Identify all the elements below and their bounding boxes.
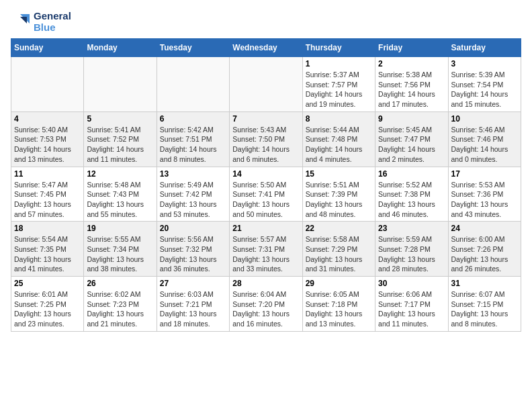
calendar-day-cell: 10Sunrise: 5:46 AM Sunset: 7:46 PM Dayli… <box>448 111 521 167</box>
calendar-week-row: 18Sunrise: 5:54 AM Sunset: 7:35 PM Dayli… <box>11 222 521 277</box>
day-number: 29 <box>306 279 372 288</box>
day-info: Sunrise: 5:39 AM Sunset: 7:54 PM Dayligh… <box>451 70 518 109</box>
calendar-day-cell <box>157 57 229 112</box>
day-number: 6 <box>160 114 226 124</box>
day-number: 23 <box>378 224 445 233</box>
calendar-header: SundayMondayTuesdayWednesdayThursdayFrid… <box>11 39 521 57</box>
day-info: Sunrise: 5:42 AM Sunset: 7:51 PM Dayligh… <box>160 125 226 165</box>
day-info: Sunrise: 5:49 AM Sunset: 7:42 PM Dayligh… <box>160 180 226 220</box>
day-number: 4 <box>14 114 81 124</box>
calendar-day-cell: 9Sunrise: 5:45 AM Sunset: 7:47 PM Daylig… <box>375 111 448 167</box>
calendar-day-cell: 23Sunrise: 5:59 AM Sunset: 7:28 PM Dayli… <box>375 222 448 277</box>
day-info: Sunrise: 5:44 AM Sunset: 7:48 PM Dayligh… <box>306 125 372 165</box>
day-of-week-header: Saturday <box>448 39 521 57</box>
day-info: Sunrise: 6:04 AM Sunset: 7:20 PM Dayligh… <box>232 289 299 329</box>
calendar-week-row: 1Sunrise: 5:37 AM Sunset: 7:57 PM Daylig… <box>11 57 521 112</box>
day-number: 10 <box>451 114 518 124</box>
day-number: 1 <box>306 59 372 68</box>
day-number: 20 <box>160 224 226 233</box>
logo: General Blue <box>11 11 71 33</box>
page-header: General Blue <box>11 11 521 33</box>
day-number: 21 <box>232 224 299 233</box>
day-info: Sunrise: 5:43 AM Sunset: 7:50 PM Dayligh… <box>232 125 299 165</box>
calendar-day-cell: 20Sunrise: 5:56 AM Sunset: 7:32 PM Dayli… <box>157 222 229 277</box>
day-info: Sunrise: 5:59 AM Sunset: 7:28 PM Dayligh… <box>378 234 445 274</box>
day-number: 9 <box>378 114 445 124</box>
day-number: 7 <box>232 114 299 124</box>
calendar-day-cell: 7Sunrise: 5:43 AM Sunset: 7:50 PM Daylig… <box>230 111 302 167</box>
calendar-day-cell: 22Sunrise: 5:58 AM Sunset: 7:29 PM Dayli… <box>302 222 375 277</box>
calendar-day-cell: 14Sunrise: 5:50 AM Sunset: 7:41 PM Dayli… <box>230 167 302 222</box>
day-info: Sunrise: 6:01 AM Sunset: 7:25 PM Dayligh… <box>14 289 81 329</box>
calendar-day-cell: 1Sunrise: 5:37 AM Sunset: 7:57 PM Daylig… <box>302 57 375 112</box>
day-number: 15 <box>306 169 372 179</box>
calendar-day-cell <box>11 57 84 112</box>
calendar-day-cell: 30Sunrise: 6:06 AM Sunset: 7:17 PM Dayli… <box>375 277 448 332</box>
calendar-day-cell: 27Sunrise: 6:03 AM Sunset: 7:21 PM Dayli… <box>157 277 229 332</box>
day-info: Sunrise: 6:05 AM Sunset: 7:18 PM Dayligh… <box>306 289 372 329</box>
day-info: Sunrise: 5:40 AM Sunset: 7:53 PM Dayligh… <box>14 125 81 165</box>
calendar-day-cell: 13Sunrise: 5:49 AM Sunset: 7:42 PM Dayli… <box>157 167 229 222</box>
day-number: 16 <box>378 169 445 179</box>
day-info: Sunrise: 5:55 AM Sunset: 7:34 PM Dayligh… <box>87 234 153 274</box>
day-number: 14 <box>232 169 299 179</box>
calendar-day-cell: 12Sunrise: 5:48 AM Sunset: 7:43 PM Dayli… <box>84 167 157 222</box>
day-info: Sunrise: 5:47 AM Sunset: 7:45 PM Dayligh… <box>14 180 81 220</box>
calendar-week-row: 11Sunrise: 5:47 AM Sunset: 7:45 PM Dayli… <box>11 167 521 222</box>
calendar-day-cell: 21Sunrise: 5:57 AM Sunset: 7:31 PM Dayli… <box>230 222 302 277</box>
logo-svg <box>11 11 32 33</box>
calendar-day-cell: 26Sunrise: 6:02 AM Sunset: 7:23 PM Dayli… <box>84 277 157 332</box>
day-of-week-header: Sunday <box>11 39 84 57</box>
day-number: 27 <box>160 279 226 288</box>
day-info: Sunrise: 5:38 AM Sunset: 7:56 PM Dayligh… <box>378 70 445 109</box>
calendar-day-cell: 25Sunrise: 6:01 AM Sunset: 7:25 PM Dayli… <box>11 277 84 332</box>
day-number: 25 <box>14 279 81 288</box>
day-info: Sunrise: 5:37 AM Sunset: 7:57 PM Dayligh… <box>306 70 372 109</box>
calendar-day-cell: 19Sunrise: 5:55 AM Sunset: 7:34 PM Dayli… <box>84 222 157 277</box>
calendar-body: 1Sunrise: 5:37 AM Sunset: 7:57 PM Daylig… <box>11 57 521 332</box>
day-info: Sunrise: 5:50 AM Sunset: 7:41 PM Dayligh… <box>232 180 299 220</box>
calendar-week-row: 25Sunrise: 6:01 AM Sunset: 7:25 PM Dayli… <box>11 277 521 332</box>
days-of-week-row: SundayMondayTuesdayWednesdayThursdayFrid… <box>11 39 521 57</box>
day-number: 17 <box>451 169 518 179</box>
day-info: Sunrise: 6:07 AM Sunset: 7:15 PM Dayligh… <box>451 289 518 329</box>
calendar-day-cell: 3Sunrise: 5:39 AM Sunset: 7:54 PM Daylig… <box>448 57 521 112</box>
calendar-day-cell: 4Sunrise: 5:40 AM Sunset: 7:53 PM Daylig… <box>11 111 84 167</box>
day-number: 8 <box>306 114 372 124</box>
calendar-day-cell: 28Sunrise: 6:04 AM Sunset: 7:20 PM Dayli… <box>230 277 302 332</box>
day-info: Sunrise: 5:58 AM Sunset: 7:29 PM Dayligh… <box>306 234 372 274</box>
calendar-day-cell: 17Sunrise: 5:53 AM Sunset: 7:36 PM Dayli… <box>448 167 521 222</box>
day-info: Sunrise: 5:53 AM Sunset: 7:36 PM Dayligh… <box>451 180 518 220</box>
calendar-day-cell: 29Sunrise: 6:05 AM Sunset: 7:18 PM Dayli… <box>302 277 375 332</box>
day-info: Sunrise: 5:45 AM Sunset: 7:47 PM Dayligh… <box>378 125 445 165</box>
day-info: Sunrise: 6:00 AM Sunset: 7:26 PM Dayligh… <box>451 234 518 274</box>
calendar-day-cell: 16Sunrise: 5:52 AM Sunset: 7:38 PM Dayli… <box>375 167 448 222</box>
day-info: Sunrise: 5:48 AM Sunset: 7:43 PM Dayligh… <box>87 180 153 220</box>
day-number: 22 <box>306 224 372 233</box>
calendar-week-row: 4Sunrise: 5:40 AM Sunset: 7:53 PM Daylig… <box>11 111 521 167</box>
day-info: Sunrise: 5:54 AM Sunset: 7:35 PM Dayligh… <box>14 234 81 274</box>
day-info: Sunrise: 5:56 AM Sunset: 7:32 PM Dayligh… <box>160 234 226 274</box>
calendar-day-cell <box>230 57 302 112</box>
day-info: Sunrise: 5:52 AM Sunset: 7:38 PM Dayligh… <box>378 180 445 220</box>
day-info: Sunrise: 5:46 AM Sunset: 7:46 PM Dayligh… <box>451 125 518 165</box>
day-info: Sunrise: 5:41 AM Sunset: 7:52 PM Dayligh… <box>87 125 153 165</box>
calendar-day-cell: 15Sunrise: 5:51 AM Sunset: 7:39 PM Dayli… <box>302 167 375 222</box>
calendar-day-cell: 31Sunrise: 6:07 AM Sunset: 7:15 PM Dayli… <box>448 277 521 332</box>
day-number: 31 <box>451 279 518 288</box>
day-number: 3 <box>451 59 518 68</box>
calendar-day-cell: 2Sunrise: 5:38 AM Sunset: 7:56 PM Daylig… <box>375 57 448 112</box>
calendar-table: SundayMondayTuesdayWednesdayThursdayFrid… <box>11 38 521 332</box>
logo-text: General Blue <box>34 11 71 33</box>
day-number: 24 <box>451 224 518 233</box>
day-number: 28 <box>232 279 299 288</box>
day-info: Sunrise: 5:57 AM Sunset: 7:31 PM Dayligh… <box>232 234 299 274</box>
calendar-day-cell: 6Sunrise: 5:42 AM Sunset: 7:51 PM Daylig… <box>157 111 229 167</box>
calendar-day-cell: 8Sunrise: 5:44 AM Sunset: 7:48 PM Daylig… <box>302 111 375 167</box>
calendar-day-cell: 5Sunrise: 5:41 AM Sunset: 7:52 PM Daylig… <box>84 111 157 167</box>
day-of-week-header: Tuesday <box>157 39 229 57</box>
day-info: Sunrise: 6:06 AM Sunset: 7:17 PM Dayligh… <box>378 289 445 329</box>
day-info: Sunrise: 6:02 AM Sunset: 7:23 PM Dayligh… <box>87 289 153 329</box>
calendar-day-cell: 18Sunrise: 5:54 AM Sunset: 7:35 PM Dayli… <box>11 222 84 277</box>
day-number: 18 <box>14 224 81 233</box>
